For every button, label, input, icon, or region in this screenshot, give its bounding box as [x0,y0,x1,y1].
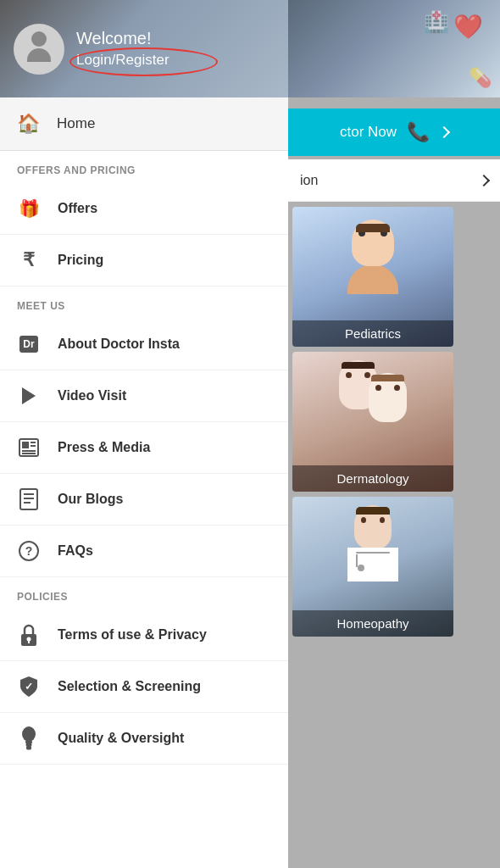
sidebar-item-home[interactable]: 🏠 Home [0,97,288,151]
sidebar-item-pricing[interactable]: ₹ Pricing [0,235,288,287]
login-register-text: Login/Register [76,50,169,70]
video-visit-label: Video Visit [58,388,126,403]
sidebar-item-terms[interactable]: Terms of use & Privacy [0,609,288,661]
section-offers-pricing: OFFERS AND PRICING [0,151,288,183]
doc-icon [17,487,41,511]
dermatology-label: Dermatology [292,465,453,492]
consult-now-button[interactable]: ctor Now 📞 [288,108,500,156]
press-media-label: Press & Media [58,440,150,455]
pediatrics-label: Pediatrics [292,320,453,347]
svg-point-16 [22,726,36,742]
health-icon: ❤️ [453,13,483,41]
sidebar-item-video-visit[interactable]: Video Visit [0,370,288,422]
section-meet-us: MEET US [0,287,288,319]
login-register-wrapper[interactable]: Login/Register [76,52,169,69]
specialty-card-dermatology[interactable]: Dermatology [292,352,453,492]
svg-rect-18 [26,743,32,746]
gift-icon: 🎁 [17,197,41,220]
specialty-card-homeopathy[interactable]: Homeopathy [292,497,453,637]
homeopathy-illustration [343,505,403,590]
dr-icon: Dr [17,332,41,356]
offers-label: Offers [58,201,97,216]
newspaper-icon [17,436,41,459]
svg-rect-1 [22,442,29,448]
chevron-right-icon [438,126,450,138]
specialty-card-pediatrics[interactable]: Pediatrics [292,207,453,347]
home-label: Home [57,115,95,132]
homeopathy-label: Homeopathy [292,610,453,637]
fitness-icon: 💊 [469,67,492,89]
sidebar-item-press[interactable]: Press & Media [0,422,288,474]
person-head [31,31,47,47]
svg-point-20 [26,748,31,750]
bulb-icon [17,726,41,750]
lock-icon [17,623,41,647]
selection-label: Selection & Screening [58,679,201,694]
shield-icon: ✓ [17,675,41,698]
dermatology-illustration [339,360,407,449]
terms-label: Terms of use & Privacy [58,627,207,643]
person-silhouette [21,31,57,67]
blogs-label: Our Blogs [58,492,123,507]
subscription-text: ion [300,173,318,188]
question-icon: ? [17,539,41,563]
sidebar-item-blogs[interactable]: Our Blogs [0,474,288,526]
phone-icon: 📞 [407,121,430,143]
sidebar-drawer: Welcome! Login/Register 🏠 Home OFFERS AN… [0,0,288,868]
svg-text:✓: ✓ [25,681,33,693]
pricing-label: Pricing [58,253,103,268]
svg-point-13 [27,637,31,642]
section-policies: POLICIES [0,577,288,609]
specialty-cards-container: Pediatrics Dermatology [292,207,496,637]
sidebar-item-faqs[interactable]: ? FAQs [0,526,288,577]
sidebar-item-about[interactable]: Dr About Doctor Insta [0,319,288,370]
sidebar-item-selection[interactable]: ✓ Selection & Screening [0,661,288,713]
welcome-label: Welcome! [76,29,169,48]
quality-label: Quality & Oversight [58,731,184,746]
sidebar-header: Welcome! Login/Register [0,0,288,97]
avatar [14,24,64,75]
about-label: About Doctor Insta [58,337,180,352]
subscription-chevron [478,174,490,186]
subscription-bar[interactable]: ion [288,159,500,202]
header-right-bg: ❤️ 🏥 💊 [288,0,500,97]
header-text-block: Welcome! Login/Register [76,29,169,69]
sidebar-item-quality[interactable]: Quality & Oversight [0,713,288,765]
svg-rect-17 [25,741,32,743]
consult-btn-text: ctor Now [340,124,397,141]
home-icon: 🏠 [17,113,40,135]
svg-text:?: ? [25,544,33,558]
faqs-label: FAQs [58,543,93,559]
pediatrics-illustration [343,220,403,300]
sidebar-item-offers[interactable]: 🎁 Offers [0,183,288,235]
rupee-icon: ₹ [17,248,41,272]
person-body [27,48,51,62]
medical-icon: 🏥 [424,10,449,34]
play-icon [17,384,41,408]
